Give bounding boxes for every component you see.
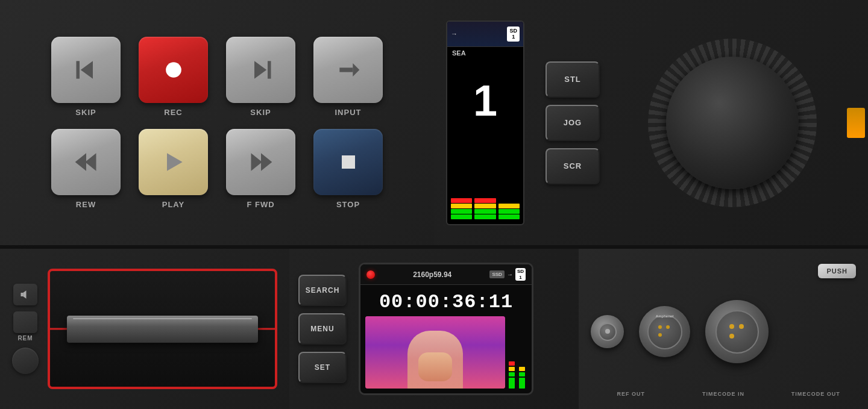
timecode-out-group	[705, 300, 769, 363]
svg-marker-10	[251, 153, 262, 170]
menu-button[interactable]: MENU	[298, 313, 347, 345]
display-panel: SEARCH MENU SET 2160p59.94 SSD → SD 1	[289, 249, 579, 409]
timecode-out-inner	[715, 310, 759, 354]
speaker-icon	[20, 289, 31, 300]
svg-marker-8	[85, 153, 96, 170]
rec-label: REC	[164, 108, 182, 117]
input-label: INPUT	[335, 108, 362, 117]
svg-marker-4	[254, 61, 266, 78]
connectors-middle: Amphenol	[591, 294, 856, 369]
lcd-number: 1	[447, 59, 523, 143]
input-wrapper: INPUT	[309, 37, 388, 117]
preview-meters	[509, 316, 527, 389]
ref-out-label: REF OUT	[591, 391, 671, 397]
svg-marker-9	[167, 153, 183, 170]
scr-button[interactable]: SCR	[546, 148, 600, 184]
rem-btn-wrapper: REM	[13, 311, 37, 342]
controls-grid: SKIP REC	[47, 37, 388, 209]
svg-marker-7	[75, 153, 86, 170]
pin-1	[658, 325, 662, 329]
timecode-out-label: TIMECODE OUT	[776, 391, 856, 397]
push-button[interactable]: PUSH	[818, 264, 856, 278]
amphenol-label: Amphenol	[656, 314, 673, 318]
play-button[interactable]	[139, 129, 208, 195]
timecode-out-connector	[705, 300, 769, 363]
lcd-sd-badge: SD 1	[507, 27, 520, 42]
preview-image	[365, 316, 505, 389]
stop-wrapper: STOP	[309, 129, 388, 209]
svg-marker-1	[80, 61, 92, 78]
svg-marker-6	[353, 63, 359, 76]
play-icon	[160, 149, 187, 175]
connectors-panel: PUSH Amphenol	[579, 249, 868, 409]
drive-bay-panel: REM	[0, 249, 289, 409]
display-header: 2160p59.94 SSD → SD 1	[360, 264, 532, 285]
svg-point-2	[166, 62, 181, 78]
meter-bar-3	[498, 148, 520, 219]
preview-meter-2	[519, 316, 527, 389]
lcd-meters	[447, 143, 523, 224]
storage-arrow: →	[507, 271, 513, 278]
play-label: PLAY	[162, 200, 184, 209]
jog-button[interactable]: JOG	[546, 105, 600, 141]
skip-fwd-icon	[248, 57, 274, 83]
ssd-badge: SSD	[489, 270, 504, 278]
svg-rect-3	[268, 61, 271, 78]
circle-button[interactable]	[12, 348, 39, 374]
skip-back-label: SKIP	[75, 108, 96, 117]
out-pin-3	[729, 334, 734, 339]
skip-back-wrapper: SKIP	[47, 37, 125, 117]
ffwd-label: F FWD	[247, 200, 274, 209]
audio-button[interactable]	[13, 284, 37, 305]
stop-button[interactable]	[313, 129, 383, 195]
rew-wrapper: REW	[47, 129, 125, 209]
drive-slot	[67, 316, 258, 343]
timecode-in-connector: Amphenol	[639, 306, 690, 357]
input-icon	[335, 57, 362, 83]
lcd-screen: → SD 1 SEA 1	[446, 20, 524, 225]
lcd-sea-label: SEA	[447, 47, 523, 59]
skip-fwd-wrapper: SKIP	[222, 37, 300, 117]
lcd-header: → SD 1	[447, 22, 523, 48]
input-button[interactable]	[313, 37, 383, 103]
timecode-in-label: TIMECODE IN	[683, 391, 763, 397]
lcd-arrow: →	[451, 30, 458, 37]
jog-indicator	[847, 108, 865, 138]
ffwd-button[interactable]	[226, 129, 295, 195]
timecode-out-pins	[729, 324, 745, 340]
side-buttons: STL JOG SCR	[546, 61, 600, 184]
skip-fwd-label: SKIP	[250, 108, 271, 117]
lcd-dial-panel: → SD 1 SEA 1	[434, 0, 868, 245]
record-icon	[160, 57, 187, 83]
rec-wrapper: REC	[134, 37, 213, 117]
meter-bar-2	[474, 148, 495, 219]
set-button[interactable]: SET	[298, 352, 347, 383]
rew-button[interactable]	[51, 129, 121, 195]
out-pin-2	[739, 324, 744, 329]
search-button[interactable]: SEARCH	[298, 275, 347, 306]
side-controls: REM	[12, 284, 39, 374]
svg-rect-5	[339, 67, 353, 72]
connector-labels: REF OUT TIMECODE IN TIMECODE OUT	[591, 385, 856, 397]
skip-fwd-button[interactable]	[226, 37, 295, 103]
bottom-row: REM SEARCH MENU SET 2160p59.94	[0, 247, 868, 409]
timecode-in-group: Amphenol	[639, 306, 690, 357]
display-storage: SSD → SD 1	[489, 268, 526, 281]
svg-rect-12	[342, 155, 355, 169]
jog-dial-center[interactable]	[666, 57, 799, 189]
display-preview	[360, 316, 532, 393]
rem-button[interactable]	[13, 311, 37, 333]
ffwd-wrapper: F FWD	[222, 129, 300, 209]
stop-label: STOP	[336, 200, 360, 209]
timecode-in-inner	[647, 314, 682, 349]
skip-back-button[interactable]	[51, 37, 121, 103]
timecode-in-pins	[658, 325, 671, 338]
display-format: 2160p59.94	[380, 270, 485, 279]
main-display: 2160p59.94 SSD → SD 1 00:00:36:11	[359, 263, 533, 395]
rew-label: REW	[76, 200, 96, 209]
rec-button[interactable]	[139, 37, 208, 103]
svg-marker-11	[261, 153, 272, 170]
ffwd-icon	[248, 149, 274, 175]
top-row: SKIP REC	[0, 0, 868, 247]
stl-button[interactable]: STL	[546, 61, 600, 98]
